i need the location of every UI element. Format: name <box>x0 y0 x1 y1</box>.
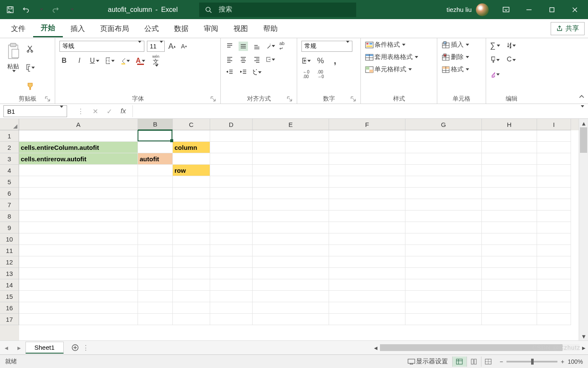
cell[interactable] <box>537 291 571 302</box>
column-header[interactable]: A <box>19 119 138 130</box>
cell[interactable] <box>253 302 329 314</box>
tab-grip-icon[interactable]: ⋮ <box>82 344 90 352</box>
rotate-icon[interactable] <box>252 67 262 77</box>
cell[interactable] <box>329 245 405 256</box>
cell[interactable] <box>482 142 537 153</box>
cell[interactable] <box>253 233 329 245</box>
cell[interactable] <box>482 268 537 279</box>
menu-file[interactable]: 文件 <box>3 20 33 37</box>
cell[interactable] <box>482 130 537 142</box>
column-header[interactable]: F <box>329 119 405 130</box>
menu-formula[interactable]: 公式 <box>137 20 166 37</box>
cell[interactable] <box>482 314 537 325</box>
cell[interactable] <box>19 199 138 211</box>
cell[interactable] <box>210 176 253 188</box>
align-top-icon[interactable] <box>225 42 234 51</box>
column-header[interactable]: E <box>253 119 329 130</box>
display-settings-button[interactable]: 显示器设置 <box>408 357 448 365</box>
cell[interactable] <box>19 211 138 222</box>
menu-view[interactable]: 视图 <box>226 20 256 37</box>
cell[interactable] <box>253 291 329 302</box>
row-header[interactable]: 15 <box>0 291 19 302</box>
cell[interactable] <box>173 130 210 142</box>
cell[interactable] <box>405 245 482 256</box>
column-header[interactable]: C <box>173 119 210 130</box>
cell[interactable] <box>405 153 482 165</box>
cancel-formula-icon[interactable]: ✕ <box>93 107 98 115</box>
cell[interactable] <box>329 314 405 325</box>
indent-increase-icon[interactable] <box>239 67 248 77</box>
scroll-left-icon[interactable]: ◂ <box>371 344 380 352</box>
vscroll-thumb[interactable] <box>580 127 587 153</box>
align-center-icon[interactable] <box>239 55 248 64</box>
cell[interactable] <box>138 222 173 233</box>
font-name-select[interactable]: 等线 <box>59 41 144 52</box>
orientation-icon[interactable] <box>266 42 275 51</box>
cell[interactable] <box>537 165 571 176</box>
cell[interactable] <box>138 142 173 153</box>
cell[interactable] <box>329 176 405 188</box>
cell[interactable] <box>329 188 405 199</box>
save-icon[interactable] <box>3 3 17 17</box>
cell[interactable] <box>405 302 482 314</box>
cell[interactable] <box>19 256 138 268</box>
format-cells-button[interactable]: 格式 <box>442 65 469 73</box>
cell[interactable] <box>405 165 482 176</box>
cell[interactable] <box>405 211 482 222</box>
cell[interactable] <box>405 268 482 279</box>
cell[interactable] <box>537 256 571 268</box>
cell[interactable] <box>138 165 173 176</box>
cell[interactable] <box>253 142 329 153</box>
cell[interactable] <box>253 222 329 233</box>
view-page-layout-icon[interactable] <box>467 357 481 367</box>
cell[interactable] <box>173 233 210 245</box>
cell[interactable] <box>329 222 405 233</box>
row-header[interactable]: 4 <box>0 165 19 176</box>
menu-insert[interactable]: 插入 <box>63 20 93 37</box>
cell[interactable] <box>210 130 253 142</box>
autosum-icon[interactable]: ∑ <box>490 41 500 50</box>
cell[interactable] <box>210 188 253 199</box>
sort-filter-icon[interactable]: AZ <box>506 41 516 50</box>
cell[interactable] <box>173 153 210 165</box>
cell[interactable] <box>329 302 405 314</box>
cell[interactable] <box>138 176 173 188</box>
cell[interactable] <box>210 165 253 176</box>
cell[interactable] <box>19 233 138 245</box>
cell[interactable] <box>537 233 571 245</box>
cell[interactable] <box>482 176 537 188</box>
row-header[interactable]: 6 <box>0 188 19 199</box>
cell[interactable] <box>537 279 571 291</box>
cell[interactable] <box>173 268 210 279</box>
row-header[interactable]: 7 <box>0 199 19 211</box>
enter-formula-icon[interactable]: ✓ <box>107 107 112 115</box>
cell[interactable]: row <box>173 165 210 176</box>
launcher-icon[interactable] <box>210 96 216 102</box>
cell[interactable] <box>253 176 329 188</box>
zoom-out-icon[interactable]: − <box>500 358 503 365</box>
row-header[interactable]: 14 <box>0 279 19 291</box>
cell[interactable] <box>253 199 329 211</box>
cell[interactable] <box>253 165 329 176</box>
cell[interactable] <box>405 176 482 188</box>
increase-font-icon[interactable]: A▴ <box>167 42 177 51</box>
scroll-up-icon[interactable]: ▴ <box>579 119 588 127</box>
cell[interactable] <box>138 268 173 279</box>
cut-icon[interactable] <box>25 44 35 53</box>
cell[interactable] <box>210 256 253 268</box>
insert-cells-button[interactable]: 插入 <box>442 41 469 49</box>
row-header[interactable]: 9 <box>0 222 19 233</box>
cell[interactable] <box>138 188 173 199</box>
column-header[interactable]: H <box>482 119 537 130</box>
italic-icon[interactable]: I <box>75 56 84 65</box>
cell[interactable] <box>19 314 138 325</box>
number-format-select[interactable]: 常规 <box>301 41 352 52</box>
row-header[interactable]: 17 <box>0 314 19 325</box>
cell[interactable] <box>405 188 482 199</box>
cell[interactable] <box>173 279 210 291</box>
cell[interactable] <box>253 268 329 279</box>
align-middle-icon[interactable] <box>239 42 248 51</box>
cell[interactable] <box>19 279 138 291</box>
cell[interactable] <box>537 142 571 153</box>
hscroll-thumb[interactable] <box>380 344 563 351</box>
